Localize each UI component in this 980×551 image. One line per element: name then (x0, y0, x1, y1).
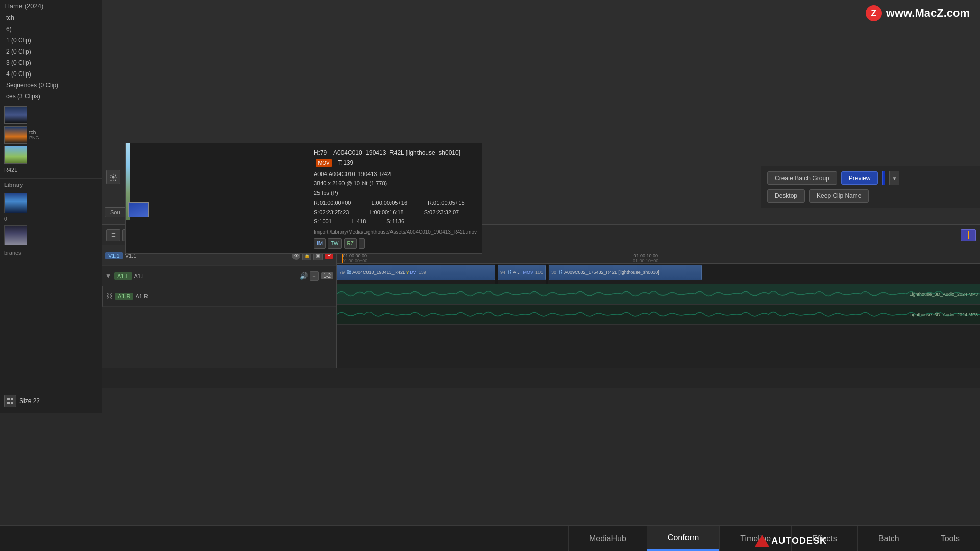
ruler-mark-2: 01:00:10:00 01:00:10+00 (633, 249, 658, 263)
audio-track-a1r: Lighthouse_3D_Audio_2024 MP3 (337, 305, 980, 325)
clip-q-icon-1: ? (406, 270, 409, 275)
sidebar-title: Flame (2024) (0, 0, 102, 12)
autodesk-text: AUTODESK (771, 536, 827, 546)
tab-tools[interactable]: Tools (920, 526, 980, 551)
a1l-expand-icon[interactable]: ▼ (105, 272, 111, 280)
libraries-label: braries (0, 247, 102, 258)
a1r-badge: A1.R (115, 293, 133, 300)
preview-timecodes2: S:02:23:25:23 L:00:00:16:18 S:02:23:32:0… (314, 208, 477, 217)
sidebar-item-3[interactable]: 3 (0 Clip) (0, 57, 102, 68)
preview-resolution: 3840 x 2160 @ 10-bit (1.778) (314, 179, 477, 188)
a1l-name: A1.L (134, 273, 146, 279)
audio-label-2: Lighthouse_3D_Audio_2024 MP3 (909, 312, 978, 317)
autodesk-logo: AUTODESK (755, 535, 827, 547)
svg-rect-1 (11, 398, 13, 400)
gear-button[interactable] (106, 170, 120, 184)
tab-batch[interactable]: Batch (857, 526, 920, 551)
tag-tw: TW (328, 238, 342, 249)
thumb-label-a014: tch (29, 130, 39, 135)
create-batch-group-button[interactable]: Create Batch Group (767, 171, 837, 185)
track-label-a1l: ▼ A1.L A1.L 🔊 → 1-2 (102, 266, 336, 286)
watermark-z-icon: Z (866, 5, 882, 21)
sidebar-item-sequences[interactable]: Sequences (0 Clip) (0, 80, 102, 91)
library-item-0: 0 (4, 215, 97, 223)
svg-rect-3 (11, 402, 13, 404)
a1l-icons: 🔊 → 1-2 (300, 271, 333, 281)
channel-badge: 1-2 (321, 272, 333, 279)
audio-label-1: Lighthouse_3D_Audio_2024 MP3 (909, 292, 978, 297)
clip-gap-2 (546, 264, 548, 284)
size-control: Size 22 (19, 397, 40, 405)
link-icon: ⛓ (106, 292, 113, 300)
audio-waveform-2: Lighthouse_3D_Audio_2024 MP3 (337, 305, 980, 324)
thumb-sunset (4, 126, 27, 144)
tag-im: IM (314, 238, 326, 249)
playhead-indicator[interactable] (961, 229, 976, 241)
preview-tags: IM TW RZ (314, 238, 477, 249)
clip-label-1: A004C010_190413_R42L (352, 270, 405, 275)
preview-info: H:79 A004C010_190413_R42L [lighthouse_sh… (309, 143, 482, 253)
source-label: Sou (105, 207, 126, 217)
bottom-bar: AUTODESK MediaHub Conform Timeline Effec… (0, 525, 980, 551)
clip-format-2: MOV (523, 270, 533, 275)
clip-label-2: A004C014_188432_R42L (513, 270, 522, 275)
clip-format-1: DV (410, 270, 416, 275)
clip-link-icon-1: ⛓ (347, 270, 351, 275)
sidebar-bottom-controls: Size 22 (0, 388, 102, 413)
clip-link-icon-3: ⛓ (558, 270, 563, 275)
speaker-icon[interactable]: 🔊 (300, 272, 308, 280)
preview-dropdown-arrow[interactable]: ▼ (889, 171, 899, 185)
grid-view-btn[interactable] (4, 395, 16, 407)
audio-track-a1l: Lighthouse_3D_Audio_2024 MP3 (337, 284, 980, 305)
sidebar-item-2[interactable]: 2 (0 Clip) (0, 46, 102, 57)
size-label: Size 22 (19, 397, 40, 405)
r42l-label: R42L (4, 166, 97, 174)
preview-image (126, 143, 130, 220)
tab-mediahub[interactable]: MediaHub (568, 526, 647, 551)
a1l-route-btn[interactable]: → (310, 271, 319, 281)
clip-label-3: A009C002_175432_R42L [lighthouse_sh0030] (564, 270, 659, 275)
list-view-btn[interactable]: ☰ (106, 229, 120, 241)
right-controls-row1: Create Batch Group Preview ▼ (767, 171, 974, 185)
thumb-label-png: PNG (29, 135, 39, 140)
sidebar-item-4[interactable]: 4 (0 Clip) (0, 68, 102, 80)
thumb-row-2: tch PNG (4, 126, 97, 144)
preview-timecodes: R:01:00:00+00 L:00:00:05+16 R:01:00:05+1… (314, 198, 477, 208)
preview-popup: H:79 A004C010_190413_R42L [lighthouse_sh… (125, 143, 482, 254)
sidebar-item-clips3[interactable]: ces (3 Clips) (0, 91, 102, 102)
clip-v1-3[interactable]: 30 ⛓ A009C002_175432_R42L [lighthouse_sh… (549, 265, 702, 280)
clip-num-3: 30 (551, 270, 556, 275)
clip-v1-2[interactable]: 94 ⛓ A004C014_188432_R42L MOV 101 (498, 265, 546, 280)
mov-badge: MOV (316, 159, 332, 167)
track-container: V1.1 V1.1 👁 🔒 ▣ P ▼ A1.L A1.L 🔊 → 1-2 (102, 245, 980, 368)
preview-fps: 25 fps (P) (314, 188, 477, 198)
clip-v1-1[interactable]: 79 ⛓ A004C010_190413_R42L ? DV 139 (337, 265, 495, 280)
right-controls-row2: Desktop Keep Clip Name (767, 189, 974, 203)
watermark-url: www.MacZ.com (886, 7, 970, 20)
sidebar-item-1[interactable]: 1 (0 Clip) (0, 35, 102, 46)
svg-rect-2 (7, 402, 10, 404)
preview-secondary: A004:A004C010_190413_R42L (314, 169, 477, 179)
sidebar-item-6[interactable]: 6) (0, 23, 102, 35)
sidebar-item-batch[interactable]: tch (0, 12, 102, 23)
library-section: Library (0, 178, 102, 189)
tab-conform[interactable]: Conform (647, 526, 719, 551)
preview-image-overlay (128, 202, 149, 217)
sidebar: Flame (2024) tch 6) 1 (0 Clip) 2 (0 Clip… (0, 0, 102, 388)
video-track: 79 ⛓ A004C010_190413_R42L ? DV 139 94 ⛓ … (337, 264, 980, 284)
sidebar-thumbnails: tch PNG R42L (0, 102, 102, 178)
preview-button[interactable]: Preview (841, 171, 878, 185)
v1-badge: V1.1 (105, 252, 123, 259)
clip-num-2: 94 (500, 270, 505, 275)
keep-clip-name-button[interactable]: Keep Clip Name (809, 189, 869, 203)
preview-import-path: Import:/Library/Media/Lighthouse/Assets/… (314, 228, 477, 236)
clip-num-1: 79 (339, 270, 345, 275)
tag-extra (359, 238, 365, 249)
svg-point-4 (112, 176, 115, 179)
svg-rect-0 (7, 398, 10, 400)
clip-end-2: 101 (535, 270, 543, 275)
preview-filename: H:79 A004C010_190413_R42L [lighthouse_sh… (314, 147, 477, 168)
thumb-dark (4, 106, 27, 124)
desktop-button[interactable]: Desktop (767, 189, 805, 203)
right-controls-panel: Create Batch Group Preview ▼ Desktop Kee… (761, 166, 980, 208)
